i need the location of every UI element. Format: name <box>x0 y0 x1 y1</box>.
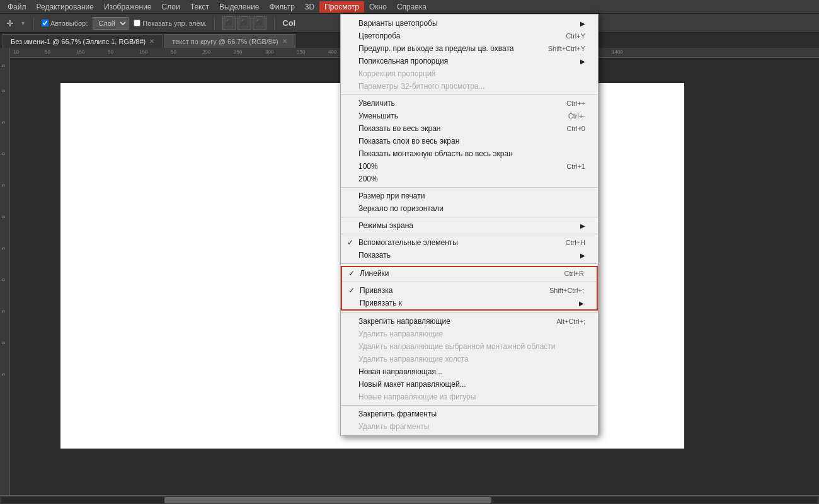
align-left-btn[interactable]: ⬛ <box>222 16 236 30</box>
menu-item-varianty-arrow: ▶ <box>574 20 585 27</box>
menu-item-novyy-maket-label: Новый макет направляющей... <box>358 380 466 389</box>
menu-item-razmer-pechati-label: Размер при печати <box>358 192 425 200</box>
divider-2 <box>341 187 598 188</box>
menu-item-uvelichit[interactable]: Увеличить Ctrl++ <box>341 97 598 110</box>
menu-item-privyazat-k[interactable]: Привязать к ▶ <box>342 297 597 309</box>
menu-item-pokazat[interactable]: Показать ▶ <box>341 249 598 261</box>
menu-item-udalit-naprav-montazh: Удалить направляющие выбранной монтажной… <box>341 340 598 353</box>
menu-item-novye-naprav-figury-label: Новые направляющие из фигуры <box>358 392 476 401</box>
menu-item-zakrepit-naprav-label: Закрепить направляющие <box>358 317 450 326</box>
tab-1[interactable]: текст по кругу @ 66,7% (RGB/8#) ✕ <box>164 34 295 48</box>
ruler-h-n4: 50 <box>108 49 113 55</box>
h-scroll-thumb[interactable] <box>164 497 491 503</box>
show-controls-checkbox[interactable] <box>134 20 140 26</box>
menu-item-cvetoproba-label: Цветопроба <box>358 32 401 40</box>
menu-item-udalit-naprav: Удалить направляющие <box>341 328 598 340</box>
menu-item-privyazka-shortcut: Shift+Ctrl+; <box>537 287 584 294</box>
menu-item-vspom-label: Вспомогательные элементы <box>358 238 458 247</box>
menu-item-novaya-naprav[interactable]: Новая направляющая... <box>341 365 598 378</box>
separator-3 <box>274 17 275 30</box>
divider-4 <box>341 234 598 234</box>
menu-image[interactable]: Изображение <box>99 1 157 13</box>
layer-select[interactable]: Слой <box>93 17 129 30</box>
menu-item-privyazka-check: ✓ <box>348 286 355 295</box>
ruler-h-n7: 200 <box>202 49 210 55</box>
menu-window[interactable]: Окно <box>364 1 392 13</box>
menu-help[interactable]: Справка <box>392 1 432 13</box>
menu-3d[interactable]: 3D <box>300 1 319 13</box>
arrow-icon: ▼ <box>20 20 26 26</box>
ruler-v-n5: 5 <box>1 184 6 186</box>
menu-item-umenshit[interactable]: Уменьшить Ctrl+- <box>341 110 598 122</box>
highlighted-section: ✓ Линейки Ctrl+R ✓ Привязка Shift+Ctrl+;… <box>341 266 598 311</box>
autoselect-checkbox-label[interactable]: Автовыбор: <box>42 20 88 27</box>
autoselect-checkbox[interactable] <box>42 20 49 26</box>
separator-1 <box>33 17 34 30</box>
divider-5 <box>341 263 598 264</box>
menu-item-zakrepit-naprav[interactable]: Закрепить направляющие Alt+Ctrl+; <box>341 315 598 328</box>
menu-item-preduprezhdenie[interactable]: Предупр. при выходе за пределы цв. охват… <box>341 42 598 55</box>
menu-item-sloi-ves-ekran[interactable]: Показать слои во весь экран <box>341 135 598 147</box>
tab-1-close[interactable]: ✕ <box>282 38 287 45</box>
menu-item-cvetoproba-shortcut: Ctrl+Y <box>553 32 585 40</box>
tab-0-label: Без имени-1 @ 66,7% (Эллипс 1, RGB/8#) <box>11 38 146 45</box>
h-scrollbar[interactable] <box>0 495 819 504</box>
menu-item-lineyki[interactable]: ✓ Линейки Ctrl+R <box>342 267 597 280</box>
menu-item-korrekciya-label: Коррекция пропорций <box>358 69 435 78</box>
align-center-btn[interactable]: ⬛ <box>238 16 251 30</box>
menu-item-montazh-ves-ekran[interactable]: Показать монтажную область во весь экран <box>341 147 598 160</box>
menu-item-novye-naprav-figury: Новые направляющие из фигуры <box>341 391 598 403</box>
menu-file[interactable]: Файл <box>3 1 32 13</box>
menu-item-100[interactable]: 100% Ctrl+1 <box>341 160 598 173</box>
menu-item-udalit-fragmenty: Удалить фрагменты <box>341 420 598 433</box>
menu-item-udalit-naprav-label: Удалить направляющие <box>358 329 443 338</box>
menu-filter[interactable]: Фильтр <box>265 1 300 13</box>
align-right-btn[interactable]: ⬛ <box>253 16 266 30</box>
menu-item-popiksel-arrow: ▶ <box>574 58 585 65</box>
menu-item-rezhimy-label: Режимы экрана <box>358 221 413 230</box>
menu-item-udalit-naprav-montazh-label: Удалить направляющие выбранной монтажной… <box>358 342 556 351</box>
menu-item-parametry32: Параметры 32-битного просмотра... <box>341 80 598 93</box>
menu-item-200[interactable]: 200% <box>341 173 598 185</box>
ruler-v-n1: 5 <box>1 64 6 67</box>
menu-item-zakrepit-fragmenty[interactable]: Закрепить фрагменты <box>341 408 598 420</box>
menu-item-preduprezhdenie-label: Предупр. при выходе за пределы цв. охват… <box>358 44 514 53</box>
menu-item-udalit-naprav-holst: Удалить направляющие холста <box>341 353 598 365</box>
menu-edit[interactable]: Редактирование <box>32 1 99 13</box>
ruler-v-n6: 0 <box>1 215 6 218</box>
menu-item-cvetoproba[interactable]: Цветопроба Ctrl+Y <box>341 30 598 42</box>
ruler-h-n10: 350 <box>297 49 305 55</box>
tab-0[interactable]: Без имени-1 @ 66,7% (Эллипс 1, RGB/8#) ✕ <box>3 34 163 48</box>
menu-item-montazh-ves-ekran-label: Показать монтажную область во весь экран <box>358 149 513 158</box>
ruler-h-n2: 50 <box>45 49 50 55</box>
ruler-v-n9: 5 <box>1 310 6 312</box>
menu-item-pokazat-arrow: ▶ <box>574 252 585 259</box>
menu-item-ves-ekran-label: Показать во весь экран <box>358 124 440 133</box>
tab-0-close[interactable]: ✕ <box>149 38 154 45</box>
menu-select[interactable]: Выделение <box>214 1 265 13</box>
menu-item-rezhimy-arrow: ▶ <box>574 222 585 229</box>
menu-item-razmer-pechati[interactable]: Размер при печати <box>341 190 598 202</box>
menu-layers[interactable]: Слои <box>157 1 185 13</box>
menu-item-vspom[interactable]: ✓ Вспомогательные элементы Ctrl+H <box>341 236 598 249</box>
menu-item-novyy-maket[interactable]: Новый макет направляющей... <box>341 378 598 391</box>
tab-1-label: текст по кругу @ 66,7% (RGB/8#) <box>172 38 278 45</box>
menu-item-popiksel[interactable]: Попиксельная пропорция ▶ <box>341 55 598 67</box>
col-label: Col <box>282 18 295 28</box>
menu-item-rezhimy[interactable]: Режимы экрана ▶ <box>341 219 598 232</box>
menu-text[interactable]: Текст <box>185 1 214 13</box>
menu-item-ves-ekran[interactable]: Показать во весь экран Ctrl+0 <box>341 122 598 135</box>
menu-item-pokazat-label: Показать <box>358 251 391 260</box>
ruler-v-n4: 0 <box>1 152 6 155</box>
menu-item-zerkalo[interactable]: Зеркало по горизонтали <box>341 202 598 215</box>
show-controls-label[interactable]: Показать упр. элем. <box>134 20 207 27</box>
menu-item-sloi-ves-ekran-label: Показать слои во весь экран <box>358 137 459 146</box>
divider-3 <box>341 217 598 217</box>
menu-view[interactable]: Просмотр <box>319 1 364 13</box>
menu-item-uvelichit-label: Увеличить <box>358 99 395 108</box>
divider-inner-1 <box>342 282 597 282</box>
menu-item-privyazka[interactable]: ✓ Привязка Shift+Ctrl+; <box>342 284 597 297</box>
menu-item-zakrepit-fragmenty-label: Закрепить фрагменты <box>358 410 437 418</box>
menu-item-varianty[interactable]: Варианты цветопробы ▶ <box>341 17 598 30</box>
h-scroll-track[interactable] <box>1 497 818 503</box>
